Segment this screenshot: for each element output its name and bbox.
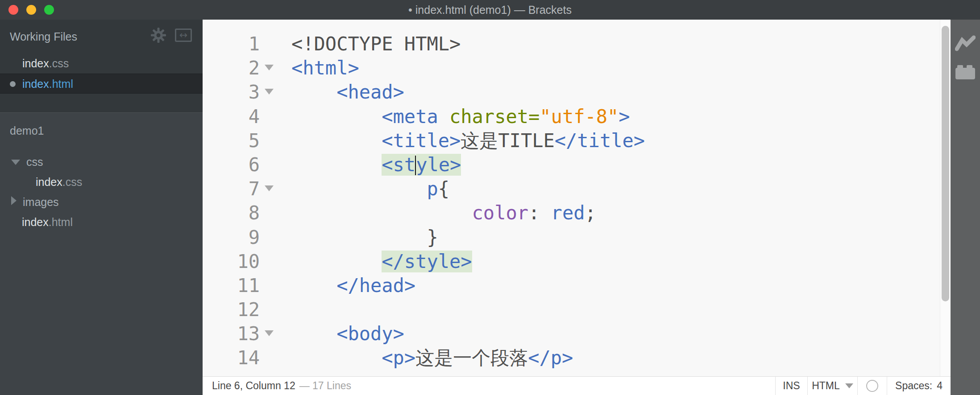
status-circle-icon (866, 380, 878, 392)
triangle-right-icon[interactable] (11, 196, 17, 205)
line-number: 9 (203, 226, 260, 250)
working-file-index-css[interactable]: index.css (0, 53, 203, 74)
code-token: <st (382, 154, 415, 176)
line-number: 12 (203, 298, 260, 322)
line-number: 1 (203, 32, 260, 56)
insert-mode-toggle[interactable]: INS (775, 377, 807, 395)
code-token: color (472, 202, 528, 224)
code-text: } (279, 226, 438, 250)
extension-manager-icon[interactable] (955, 64, 975, 79)
code-text: <style> (279, 153, 461, 177)
window-title: • index.html (demo1) — Brackets (0, 0, 980, 20)
code-token: > (619, 106, 630, 128)
code-line-14[interactable]: 14 <p>这是一个段落</p> (203, 346, 940, 370)
cursor-position: Line 6, Column 12 (212, 380, 295, 392)
language-selector[interactable]: HTML (807, 377, 857, 395)
code-line-12[interactable]: 12 (203, 298, 940, 322)
working-file-index-html[interactable]: index.html (0, 74, 203, 94)
line-number: 10 (203, 250, 260, 274)
code-token: <!DOCTYPE HTML> (291, 33, 461, 55)
code-token: <p> (382, 347, 415, 369)
code-text: <!DOCTYPE HTML> (279, 32, 461, 56)
fold-gutter (260, 201, 279, 225)
fold-arrow-icon[interactable] (265, 89, 274, 95)
code-line-2[interactable]: 2<html> (203, 56, 940, 80)
code-token: : (528, 202, 551, 224)
code-token: } (291, 226, 438, 248)
code-text: </style> (279, 250, 472, 274)
fold-arrow-icon[interactable] (265, 65, 274, 70)
line-number: 4 (203, 105, 260, 129)
title-bar: • index.html (demo1) — Brackets (0, 0, 980, 20)
project-panel: demo1 cssindex.cssimagesindex.html (0, 113, 203, 395)
code-line-4[interactable]: 4 <meta charset="utf-8"> (203, 105, 940, 129)
code-token: ; (585, 202, 596, 224)
right-toolbar (951, 20, 980, 395)
code-token: <meta (382, 106, 449, 128)
code-token: <body> (336, 323, 404, 345)
code-line-6[interactable]: 6 <style> (203, 153, 940, 177)
status-bar: Line 6, Column 12 — 17 Lines INS HTML Sp… (203, 376, 951, 395)
tree-folder-images[interactable]: images (0, 192, 203, 212)
code-line-10[interactable]: 10 </style> (203, 250, 940, 274)
code-text: <html> (279, 56, 359, 80)
scrollbar-track[interactable] (940, 20, 951, 376)
code-line-13[interactable]: 13 <body> (203, 322, 940, 346)
code-token: "utf-8" (540, 106, 619, 128)
code-line-1[interactable]: 1<!DOCTYPE HTML> (203, 32, 940, 56)
code-line-8[interactable]: 8 color: red; (203, 201, 940, 225)
fold-arrow-icon[interactable] (265, 185, 274, 191)
tree-file-index-html[interactable]: index.html (0, 212, 203, 232)
modified-dot-icon (10, 81, 16, 87)
code-line-5[interactable]: 5 <title>这是TITLE</title> (203, 129, 940, 153)
scrollbar-thumb[interactable] (942, 26, 949, 301)
code-text: <meta charset="utf-8"> (279, 105, 630, 129)
code-token (291, 251, 382, 272)
fold-arrow-icon[interactable] (265, 330, 274, 336)
code-token: red (551, 202, 585, 224)
line-number: 11 (203, 274, 260, 298)
code-token: <html> (291, 57, 359, 79)
lint-status-indicator[interactable] (857, 377, 887, 395)
code-text: </head> (279, 274, 415, 298)
line-number: 14 (203, 346, 260, 370)
code-token: p (427, 178, 438, 200)
code-line-3[interactable]: 3 <head> (203, 80, 940, 104)
code-line-7[interactable]: 7 p{ (203, 177, 940, 201)
file-name: index (22, 78, 49, 90)
code-token: 这是TITLE (461, 130, 554, 152)
folder-name: images (23, 196, 59, 208)
fold-gutter (260, 298, 279, 322)
code-text: color: red; (279, 201, 596, 225)
fold-gutter (260, 153, 279, 177)
chevron-down-icon (845, 383, 853, 388)
code-line-11[interactable]: 11 </head> (203, 274, 940, 298)
file-name: index (36, 176, 62, 188)
working-files-header: Working Files (10, 30, 77, 43)
code-text: <p>这是一个段落</p> (279, 346, 573, 370)
indent-settings[interactable]: Spaces: 4 (887, 377, 951, 395)
code-token: </style> (382, 251, 472, 272)
tree-file-index-css[interactable]: index.css (0, 172, 203, 192)
code-line-9[interactable]: 9 } (203, 226, 940, 250)
line-number: 2 (203, 56, 260, 80)
project-switcher[interactable]: demo1 (10, 124, 57, 137)
file-name: index (22, 57, 49, 70)
code-text: <title>这是TITLE</title> (279, 129, 645, 153)
live-preview-icon[interactable] (955, 35, 976, 53)
folder-name: css (26, 156, 43, 168)
triangle-down-icon[interactable] (11, 160, 20, 165)
code-token: <head> (336, 81, 404, 103)
line-number: 6 (203, 153, 260, 177)
code-token: yle> (416, 154, 461, 176)
fold-gutter (260, 322, 279, 346)
fold-gutter (260, 56, 279, 80)
gear-icon[interactable] (151, 28, 166, 43)
code-token: 这是一个段落 (415, 347, 528, 369)
code-editor[interactable]: 1<!DOCTYPE HTML>2<html>3 <head>4 <meta c… (203, 20, 940, 376)
file-extension: .css (49, 57, 69, 70)
split-view-icon[interactable]: ↔ (175, 29, 192, 42)
line-number: 7 (203, 177, 260, 201)
tree-folder-css[interactable]: css (0, 152, 203, 172)
line-number: 13 (203, 322, 260, 346)
